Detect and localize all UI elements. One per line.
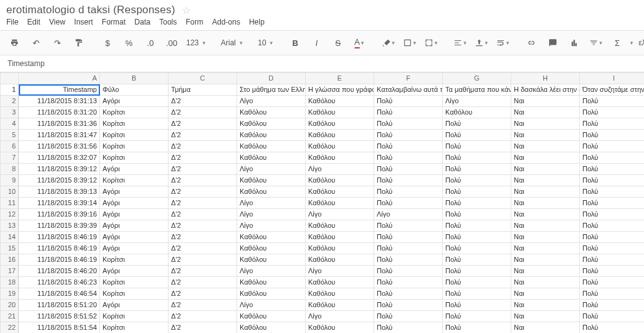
text-wrap-button[interactable]: ▾ xyxy=(493,36,512,50)
header-cell[interactable]: Timestamp xyxy=(19,84,100,96)
menu-insert[interactable]: Insert xyxy=(74,18,93,26)
cell[interactable]: Ναι xyxy=(511,152,580,164)
fill-color-button[interactable]: ▾ xyxy=(379,36,397,50)
cell[interactable]: Καθόλου xyxy=(237,118,306,130)
cell[interactable]: Κορίτσι xyxy=(100,311,169,322)
cell[interactable]: Ναι xyxy=(511,288,580,300)
column-header-A[interactable]: A xyxy=(19,73,100,84)
row-header[interactable]: 1 xyxy=(1,84,19,96)
menu-tools[interactable]: Tools xyxy=(159,18,177,26)
cell[interactable]: Πολύ xyxy=(443,288,511,300)
cell[interactable]: Πολύ xyxy=(580,107,645,118)
format-currency-button[interactable]: $ xyxy=(98,36,117,50)
cell[interactable]: Λίγο xyxy=(237,220,306,232)
insert-chart-button[interactable] xyxy=(565,36,584,50)
number-format-menu[interactable]: 123▾ xyxy=(184,38,208,47)
cell[interactable]: Πολύ xyxy=(443,130,511,141)
cell[interactable]: 11/18/2015 8:46:23 xyxy=(19,277,100,288)
cell[interactable]: Δ'2 xyxy=(169,311,237,322)
header-cell[interactable]: Όταν συζητάμε στην τάξ xyxy=(580,84,645,96)
name-box[interactable]: Timestamp xyxy=(5,58,86,69)
redo-button[interactable]: ↷ xyxy=(48,36,67,50)
cell[interactable]: Καθόλου xyxy=(306,152,374,164)
cell[interactable]: Καθόλου xyxy=(443,107,511,118)
cell[interactable]: Πολύ xyxy=(580,266,645,277)
cell[interactable]: Λίγο xyxy=(237,198,306,209)
cell[interactable]: Κορίτσι xyxy=(100,118,169,130)
cell[interactable]: Πολύ xyxy=(374,243,443,254)
borders-button[interactable]: ▾ xyxy=(400,36,419,50)
menu-data[interactable]: Data xyxy=(135,18,150,26)
row-header[interactable]: 16 xyxy=(1,254,19,266)
document-title[interactable]: erotimatologio d taksi (Responses) xyxy=(6,4,175,16)
cell[interactable]: Καθόλου xyxy=(237,288,306,300)
cell[interactable]: Πολύ xyxy=(580,288,645,300)
cell[interactable]: Δ'2 xyxy=(169,243,237,254)
cell[interactable]: Λίγο xyxy=(237,96,306,107)
cell[interactable]: Καθόλου xyxy=(306,300,374,311)
cell[interactable]: Καθόλου xyxy=(237,243,306,254)
cell[interactable]: Ναι xyxy=(511,277,580,288)
row-header[interactable]: 19 xyxy=(1,288,19,300)
cell[interactable]: Πολύ xyxy=(443,220,511,232)
row-header[interactable]: 5 xyxy=(1,130,19,141)
cell[interactable]: Πολύ xyxy=(374,220,443,232)
cell[interactable]: Δ'2 xyxy=(169,175,237,186)
cell[interactable]: Καθόλου xyxy=(306,96,374,107)
cell[interactable]: Λίγο xyxy=(237,266,306,277)
cell[interactable]: Ναι xyxy=(511,322,580,334)
cell[interactable]: Καθόλου xyxy=(306,141,374,152)
cell[interactable]: Λίγο xyxy=(306,164,374,175)
cell[interactable]: Πολύ xyxy=(580,322,645,334)
cell[interactable]: Καθόλου xyxy=(237,254,306,266)
cell[interactable]: 11/18/2015 8:31:56 xyxy=(19,141,100,152)
cell[interactable]: Πολύ xyxy=(443,118,511,130)
cell[interactable]: Καθόλου xyxy=(237,130,306,141)
horizontal-align-button[interactable]: ▾ xyxy=(450,36,469,50)
undo-button[interactable]: ↶ xyxy=(26,36,45,50)
cell[interactable]: Πολύ xyxy=(374,322,443,334)
cell[interactable]: Ναι xyxy=(511,266,580,277)
cell[interactable]: Πολύ xyxy=(374,152,443,164)
cell[interactable]: Πολύ xyxy=(374,254,443,266)
cell[interactable]: 11/18/2015 8:46:20 xyxy=(19,266,100,277)
row-header[interactable]: 11 xyxy=(1,198,19,209)
cell[interactable]: Καθόλου xyxy=(237,277,306,288)
row-header[interactable]: 13 xyxy=(1,220,19,232)
cell[interactable]: Αγόρι xyxy=(100,209,169,220)
menu-file[interactable]: File xyxy=(6,18,18,26)
row-header[interactable]: 4 xyxy=(1,118,19,130)
print-button[interactable] xyxy=(5,36,24,50)
row-header[interactable]: 14 xyxy=(1,232,19,243)
cell[interactable]: Κορίτσι xyxy=(100,277,169,288)
cell[interactable]: Καθόλου xyxy=(237,232,306,243)
cell[interactable]: 11/18/2015 8:31:20 xyxy=(19,107,100,118)
cell[interactable]: 11/18/2015 8:39:39 xyxy=(19,220,100,232)
row-header[interactable]: 17 xyxy=(1,266,19,277)
cell[interactable]: Καθόλου xyxy=(237,175,306,186)
cell[interactable]: Ναι xyxy=(511,186,580,198)
cell[interactable]: Κορίτσι xyxy=(100,152,169,164)
cell[interactable]: Ναι xyxy=(511,209,580,220)
cell[interactable]: Λίγο xyxy=(237,164,306,175)
cell[interactable]: 11/18/2015 8:51:52 xyxy=(19,311,100,322)
cell[interactable]: 11/18/2015 8:31:47 xyxy=(19,130,100,141)
cell[interactable]: Πολύ xyxy=(374,186,443,198)
cell[interactable]: Ναι xyxy=(511,164,580,175)
cell[interactable]: Κορίτσι xyxy=(100,141,169,152)
row-header[interactable]: 2 xyxy=(1,96,19,107)
menu-addons[interactable]: Add-ons xyxy=(212,18,240,26)
cell[interactable]: Ναι xyxy=(511,118,580,130)
cell[interactable]: Πολύ xyxy=(374,175,443,186)
cell[interactable]: Πολύ xyxy=(580,254,645,266)
cell[interactable]: Πολύ xyxy=(374,164,443,175)
cell[interactable]: Καθόλου xyxy=(306,130,374,141)
column-header-E[interactable]: E xyxy=(306,73,374,84)
cell[interactable]: 11/18/2015 8:31:36 xyxy=(19,118,100,130)
cell[interactable]: Πολύ xyxy=(443,232,511,243)
cell[interactable]: 11/18/2015 8:46:19 xyxy=(19,232,100,243)
cell[interactable]: Πολύ xyxy=(580,277,645,288)
cell[interactable]: Κορίτσι xyxy=(100,175,169,186)
cell[interactable]: Καθόλου xyxy=(237,186,306,198)
cell[interactable]: Πολύ xyxy=(374,198,443,209)
